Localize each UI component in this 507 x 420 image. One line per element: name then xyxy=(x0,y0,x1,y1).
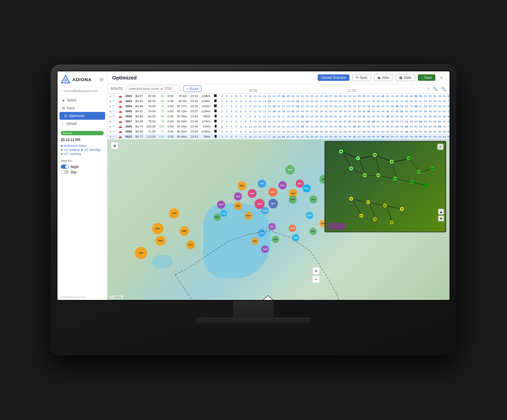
minimap-node: 106 xyxy=(410,180,414,184)
zone-3934: 3934 xyxy=(234,192,242,201)
region-dot-melbourne xyxy=(61,145,63,147)
minimap-node: 64 xyxy=(359,213,364,218)
upload-icon: ↑ xyxy=(62,122,64,125)
table-row[interactable]: ◈ ✎ 🚗 3908 $4.79105.001050.006h 44m23:46… xyxy=(107,124,450,129)
minimap-node: 62 xyxy=(383,203,387,208)
minimap-node: 98 xyxy=(372,153,377,157)
zone-3205: 3205 xyxy=(169,208,179,218)
table-row[interactable]: ◈ ✎ 🚗 3910 $4.77110.001100.006h 46m23:41… xyxy=(107,134,450,139)
zone-3916: 3316 xyxy=(220,210,227,217)
table-area: ◈ ✎ 🚗 3902 $4.87 82.00 82 0.00 7h 9m 23:… xyxy=(107,94,450,139)
minimap-node: 61 xyxy=(366,200,370,205)
zone-3941: 3941 xyxy=(258,180,266,188)
zone-3915: 3915 xyxy=(306,212,313,219)
sync-icon: ↻ xyxy=(356,76,359,79)
region-item-geelong[interactable]: VIC Geelong xyxy=(61,152,104,156)
route-timeline-bar: ROUTE + Route 20:00 21:00 ℹ 🔍 🔍 xyxy=(107,84,450,94)
sidebar-item-input[interactable]: ⊞ Input xyxy=(57,104,107,112)
region-label-melbourne: Melbourne Metro xyxy=(64,144,87,147)
route-select-input[interactable] xyxy=(126,86,180,92)
minimap-purple-zone xyxy=(329,223,345,230)
close-topbar-button[interactable]: × xyxy=(438,74,445,81)
adiona-logo-icon xyxy=(61,75,70,84)
monitor-stand-neck xyxy=(233,301,274,318)
select-icon: ◈ xyxy=(62,98,65,102)
map-zoom-controls: + − xyxy=(312,267,320,283)
zone-3203: 3203 xyxy=(179,226,189,236)
date-label: 20-12-11 RH xyxy=(57,137,107,143)
screen: ADIONA × ○ richard@adionatech.com ◈ Sele… xyxy=(57,71,450,301)
sidebar-item-select[interactable]: ◈ Select xyxy=(57,96,107,104)
zone-3913: 3913 xyxy=(214,213,221,221)
add-route-button[interactable]: + Route xyxy=(184,86,201,92)
sidebar: ADIONA × ○ richard@adionatech.com ◈ Sele… xyxy=(57,71,107,300)
svg-marker-3 xyxy=(261,296,275,300)
water-bay xyxy=(203,204,271,278)
map-locate-button[interactable]: ⊕ xyxy=(111,142,118,149)
user-email: richard@adionatech.com xyxy=(64,89,98,93)
zone-3202: 3202 xyxy=(155,236,166,246)
minimap-node: 104 xyxy=(376,173,381,178)
sidebar-nav: ◈ Select ⊞ Input ⊡ Optimized ↑ Upload xyxy=(57,95,107,129)
zone-3942: 3942 xyxy=(279,181,287,189)
region-label-geelong: VIC Geelong xyxy=(64,152,81,156)
sidebar-header: ADIONA × xyxy=(57,71,107,87)
save-label: Save xyxy=(424,76,432,79)
hash-label: 576458992910336O xyxy=(57,294,107,300)
minimap-node: 103 xyxy=(362,173,367,178)
table-row[interactable]: ◈ ✎ 🚗 3904 $4.8976.00760.006h 37m23:3014… xyxy=(107,104,450,109)
shifts-label: SHIFTS xyxy=(61,159,104,163)
shift-item-day: Day xyxy=(61,169,104,175)
day-toggle[interactable] xyxy=(61,170,69,174)
zone-3204: 3204 xyxy=(152,223,164,234)
shift-item-night: Night xyxy=(61,164,104,169)
route-table: ◈ ✎ 🚗 3902 $4.87 82.00 82 0.00 7h 9m 23:… xyxy=(107,94,450,139)
zone-3945: 3945 xyxy=(285,165,295,174)
map-background: 3945 3940 3941 3942 3943 xyxy=(107,139,450,300)
zone-3909-map: 3909 xyxy=(289,225,296,232)
upload-scenario-button[interactable]: Upload Scenario xyxy=(318,74,349,81)
jobs-icon: ◉ xyxy=(378,76,381,79)
minimap-node: 63 xyxy=(400,207,404,211)
sidebar-item-optimized[interactable]: ⊡ Optimized xyxy=(59,112,105,120)
table-row[interactable]: ◈ ✎ 🚗 3902 $4.87 82.00 82 0.00 7h 9m 23:… xyxy=(107,94,450,99)
night-label: Night xyxy=(71,165,78,169)
sidebar-item-upload[interactable]: ↑ Upload xyxy=(57,120,107,127)
minimap-node: 65 xyxy=(372,217,377,221)
zone-3939: 3939 xyxy=(268,188,277,196)
monitor-stand-base xyxy=(196,318,311,324)
table-row[interactable]: ◈ ✎ 🚗 3907 $4.8879.00790.006h 54m23:4612… xyxy=(107,119,450,124)
zoom-out-icon[interactable]: 🔍 xyxy=(441,87,446,91)
region-item-ballarat[interactable]: VIC Ballarat xyxy=(61,148,80,152)
sync-button[interactable]: ↻ Sync xyxy=(352,74,371,81)
night-toggle[interactable] xyxy=(61,165,69,169)
minimap-scroll-controls: ▲ ▼ xyxy=(438,209,444,221)
zone-3924: 3924 xyxy=(289,195,297,204)
sidebar-item-upload-label: Upload xyxy=(66,122,77,125)
region-list: Melbourne Metro VIC Ballarat VIC Bendigo xyxy=(57,143,107,157)
zone-3931: 3931 xyxy=(303,184,311,192)
minimap-node: 107 xyxy=(423,183,428,188)
table-row[interactable]: ◈ ✎ 🚗 3905 $4.9174.00730.006h 23m23:3711… xyxy=(107,109,450,114)
stats-button[interactable]: ▦ Stats xyxy=(395,74,415,81)
minimap-expand-button[interactable]: ⤢ xyxy=(437,144,443,150)
table-row[interactable]: ◈ ✎ 🚗 3903 $4.9369.00690.006h 0m23:35119… xyxy=(107,99,450,104)
region-dot-bendigo xyxy=(81,149,83,151)
close-button[interactable]: × xyxy=(99,77,104,82)
topbar: Optimized Upload Scenario ↻ Sync ◉ Jobs … xyxy=(107,71,450,84)
jobs-button[interactable]: ◉ Jobs xyxy=(374,74,393,81)
stats-icon: ▦ xyxy=(399,76,402,79)
map-zoom-in-button[interactable]: + xyxy=(312,267,320,275)
sidebar-item-input-label: Input xyxy=(67,106,74,110)
region-dot-geelong xyxy=(61,153,63,155)
zoom-in-icon[interactable]: 🔍 xyxy=(433,87,438,91)
table-row[interactable]: ◈ ✎ 🚗 3909 $4.6971.00710.006h 32m23:5211… xyxy=(107,129,450,134)
minimap-node: 105 xyxy=(393,176,397,181)
region-item-melbourne[interactable]: Melbourne Metro xyxy=(61,144,104,148)
table-row[interactable]: ◈ ✎ 🚗 3906 $4.8294.00940.006h 35m23:4393… xyxy=(107,114,450,119)
region-item-bendigo[interactable]: VIC Bendigo xyxy=(81,148,101,152)
scroll-up-button[interactable]: ▲ xyxy=(438,209,444,215)
scroll-down-button[interactable]: ▼ xyxy=(438,215,444,221)
save-button[interactable]: ↓ Save xyxy=(418,74,435,81)
map-zoom-out-button[interactable]: − xyxy=(312,276,320,283)
